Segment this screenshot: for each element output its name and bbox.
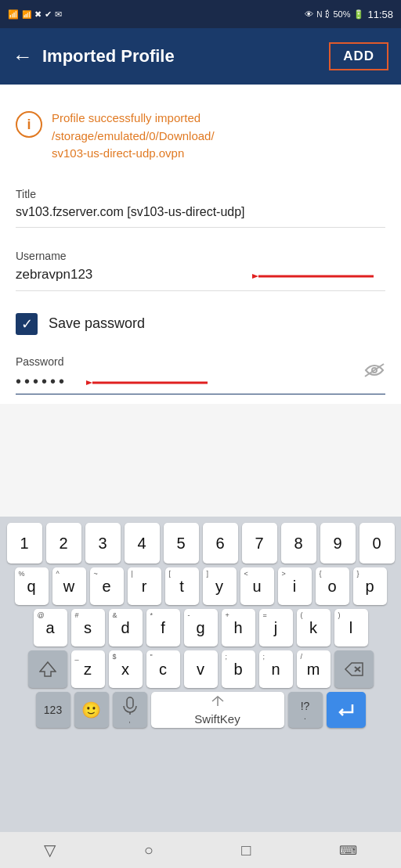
success-message: Profile successfully imported /storage/e… (52, 110, 215, 163)
username-value[interactable]: zebravpn123 (16, 267, 92, 286)
enter-key[interactable] (327, 692, 366, 728)
success-title: Profile successfully imported (52, 110, 215, 128)
key-1[interactable]: 1 (7, 523, 42, 564)
key-k[interactable]: (k (297, 609, 331, 646)
key-h[interactable]: +h (222, 609, 255, 646)
app-bar: ← Imported Profile ADD (0, 28, 401, 85)
form-container: i Profile successfully imported /storage… (0, 85, 401, 404)
key-e[interactable]: ~e (90, 567, 124, 605)
save-password-checkbox[interactable]: ✓ (16, 313, 38, 335)
key-a[interactable]: @a (34, 609, 67, 646)
wifi-icon: ✖ (34, 9, 42, 20)
signal-icon-1: 📶 (8, 9, 19, 20)
key-l[interactable]: )l (334, 609, 368, 646)
vpn-icon: ✉ (55, 9, 62, 20)
key-q[interactable]: %q (15, 567, 49, 605)
swiftkey-label: SwiftKey (194, 712, 240, 726)
key-b[interactable]: ;b (222, 650, 255, 688)
password-label: Password (16, 355, 385, 368)
save-password-row: ✓ Save password (16, 299, 385, 346)
key-s[interactable]: #s (71, 609, 105, 646)
key-8[interactable]: 8 (281, 523, 316, 564)
signal-icon-2: 📶 (22, 10, 31, 19)
key-123[interactable]: 123 (36, 692, 70, 728)
nav-home-icon[interactable]: ○ (144, 841, 154, 859)
keyboard[interactable]: 1 2 3 4 5 6 7 8 9 0 %q ^w ~e |r [t ]y <u… (0, 517, 401, 868)
password-dots[interactable]: •••••• (16, 373, 67, 394)
password-visibility-toggle[interactable] (363, 362, 385, 383)
nfc-icon: N (316, 10, 322, 19)
key-j[interactable]: =j (259, 609, 293, 646)
status-bar-right: 👁 N ₿ 50% 🔋 11:58 (305, 9, 393, 20)
key-t[interactable]: [t (165, 567, 199, 605)
svg-marker-6 (40, 662, 56, 676)
key-o[interactable]: {o (316, 567, 349, 605)
add-button[interactable]: ADD (329, 42, 388, 70)
bottom-nav: ▽ ○ □ ⌨ (0, 832, 401, 868)
file-path-line2: sv103-us-direct-udp.ovpn (52, 145, 215, 163)
key-p[interactable]: }p (353, 567, 387, 605)
battery-percent: 50% (333, 9, 350, 19)
backspace-key[interactable] (334, 650, 374, 688)
key-0[interactable]: 0 (359, 523, 395, 564)
space-key[interactable]: SwiftKey (151, 692, 284, 728)
svg-rect-9 (127, 697, 133, 708)
key-c[interactable]: "c (146, 650, 180, 688)
key-i[interactable]: >i (278, 567, 312, 605)
nav-recents-icon[interactable]: □ (241, 841, 251, 859)
status-bar: 📶 📶 ✖ ✔ ✉ 👁 N ₿ 50% 🔋 11:58 (0, 0, 401, 28)
key-f[interactable]: *f (146, 609, 180, 646)
key-4[interactable]: 4 (125, 523, 160, 564)
shift-key[interactable] (28, 650, 67, 688)
key-n[interactable]: ;n (259, 650, 293, 688)
username-label: Username (16, 250, 385, 262)
battery-icon: 🔋 (353, 9, 364, 20)
check-icon: ✓ (21, 317, 33, 331)
success-banner: i Profile successfully imported /storage… (16, 100, 385, 178)
emoji-key[interactable]: 🙂 (74, 692, 109, 728)
keyboard-bottom-row: 123 🙂 , SwiftKey !? . (3, 692, 398, 728)
title-field-group: Title sv103.fzserver.com [sv103-us-direc… (16, 178, 385, 228)
key-g[interactable]: -g (184, 609, 218, 646)
mic-key[interactable]: , (113, 692, 147, 728)
key-x[interactable]: $x (109, 650, 143, 688)
status-time: 11:58 (367, 9, 393, 20)
keyboard-row-4: _z $x "c v ;b ;n /m (3, 650, 398, 688)
page-title: Imported Profile (42, 46, 175, 67)
key-7[interactable]: 7 (242, 523, 277, 564)
key-z[interactable]: _z (71, 650, 105, 688)
status-bar-left: 📶 📶 ✖ ✔ ✉ (8, 9, 62, 20)
key-d[interactable]: &d (109, 609, 143, 646)
key-3[interactable]: 3 (85, 523, 121, 564)
info-icon: i (16, 111, 42, 138)
password-arrow-indicator (86, 372, 211, 394)
key-6[interactable]: 6 (203, 523, 238, 564)
back-button[interactable]: ← (13, 45, 33, 69)
content-area: i Profile successfully imported /storage… (0, 85, 401, 404)
save-password-label: Save password (49, 315, 145, 332)
key-m[interactable]: /m (297, 650, 331, 688)
key-r[interactable]: |r (128, 567, 161, 605)
key-2[interactable]: 2 (46, 523, 81, 564)
username-arrow-indicator (252, 265, 378, 287)
keyboard-row-3: @a #s &d *f -g +h =j (k )l (3, 609, 398, 646)
key-5[interactable]: 5 (164, 523, 199, 564)
cast-icon: ✔ (45, 9, 52, 20)
title-label: Title (16, 188, 385, 200)
file-path-line1: /storage/emulated/0/Download/ (52, 128, 215, 146)
eye-status-icon: 👁 (305, 9, 313, 19)
key-u[interactable]: <u (240, 567, 274, 605)
nav-keyboard-icon[interactable]: ⌨ (339, 843, 357, 858)
key-y[interactable]: ]y (203, 567, 237, 605)
title-value[interactable]: sv103.fzserver.com [sv103-us-direct-udp] (16, 205, 385, 222)
keyboard-row-2: %q ^w ~e |r [t ]y <u >i {o }p (3, 567, 398, 605)
punct-key[interactable]: !? . (288, 692, 323, 728)
password-field-group: Password •••••• (16, 346, 385, 404)
username-field-group: Username zebravpn123 (16, 240, 385, 291)
app-bar-left: ← Imported Profile (13, 45, 175, 69)
key-w[interactable]: ^w (52, 567, 86, 605)
nav-back-icon[interactable]: ▽ (44, 841, 56, 859)
key-v[interactable]: v (184, 650, 218, 688)
key-9[interactable]: 9 (320, 523, 356, 564)
bluetooth-icon: ₿ (325, 9, 330, 19)
